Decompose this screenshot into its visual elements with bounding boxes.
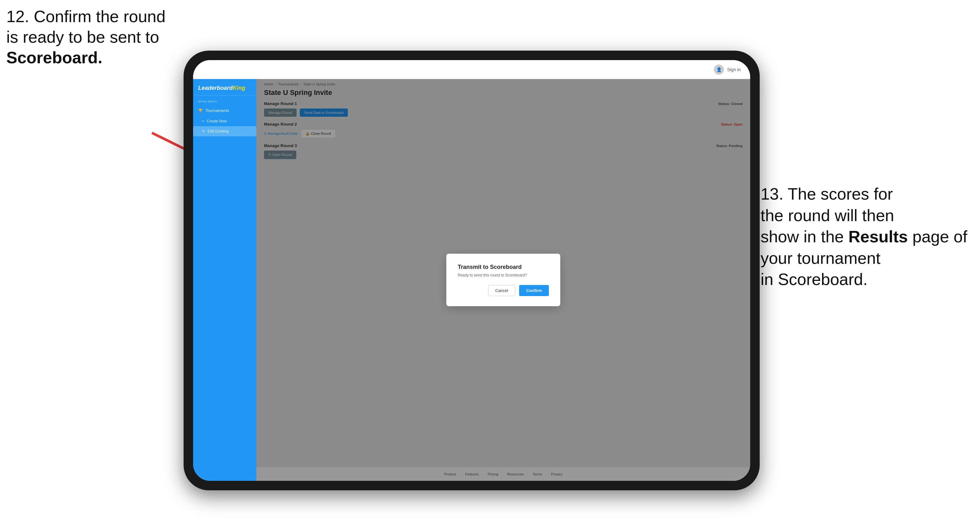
- logo: LeaderboardKing: [198, 85, 251, 91]
- modal-confirm-button[interactable]: Confirm: [519, 285, 549, 296]
- modal-buttons: Cancel Confirm: [458, 285, 549, 296]
- edit-icon: ✎: [202, 129, 205, 133]
- main-menu-label: MAIN MENU: [193, 95, 256, 105]
- sidebar-logo: LeaderboardKing: [193, 79, 256, 95]
- create-new-label: Create New: [207, 119, 227, 123]
- modal-overlay: Transmit to Scoreboard Ready to send thi…: [256, 79, 750, 481]
- sidebar: LeaderboardKing MAIN MENU 🏆 Tournaments …: [193, 79, 256, 481]
- main-layout: LeaderboardKing MAIN MENU 🏆 Tournaments …: [193, 79, 750, 481]
- sidebar-item-edit-existing[interactable]: ✎ Edit Existing: [193, 126, 256, 137]
- avatar: 👤: [714, 65, 724, 75]
- modal-subtitle: Ready to send this round to Scoreboard?: [458, 273, 549, 278]
- annotation-step12: 12. Confirm the round is ready to be sen…: [6, 6, 165, 68]
- annotation-step13: 13. The scores for the round will then s…: [760, 184, 967, 290]
- sidebar-item-tournaments[interactable]: 🏆 Tournaments: [193, 105, 256, 116]
- user-area: 👤 Sign in: [714, 65, 741, 75]
- top-nav: 👤 Sign in: [193, 60, 750, 79]
- plus-icon: +: [202, 119, 204, 123]
- tablet-device: 👤 Sign in LeaderboardKing MAIN MENU: [184, 51, 760, 490]
- tournaments-label: Tournaments: [205, 108, 229, 113]
- edit-existing-label: Edit Existing: [208, 129, 229, 133]
- trophy-icon: 🏆: [198, 108, 203, 113]
- modal-box: Transmit to Scoreboard Ready to send thi…: [446, 254, 560, 306]
- sign-in-label[interactable]: Sign in: [727, 67, 741, 72]
- tablet-screen: 👤 Sign in LeaderboardKing MAIN MENU: [193, 60, 750, 481]
- modal-cancel-button[interactable]: Cancel: [488, 285, 515, 296]
- modal-title: Transmit to Scoreboard: [458, 264, 549, 270]
- content-area: Home › Tournaments › State U Spring Invi…: [256, 79, 750, 481]
- app-container: 👤 Sign in LeaderboardKing MAIN MENU: [193, 60, 750, 481]
- sidebar-item-create-new[interactable]: + Create New: [193, 116, 256, 126]
